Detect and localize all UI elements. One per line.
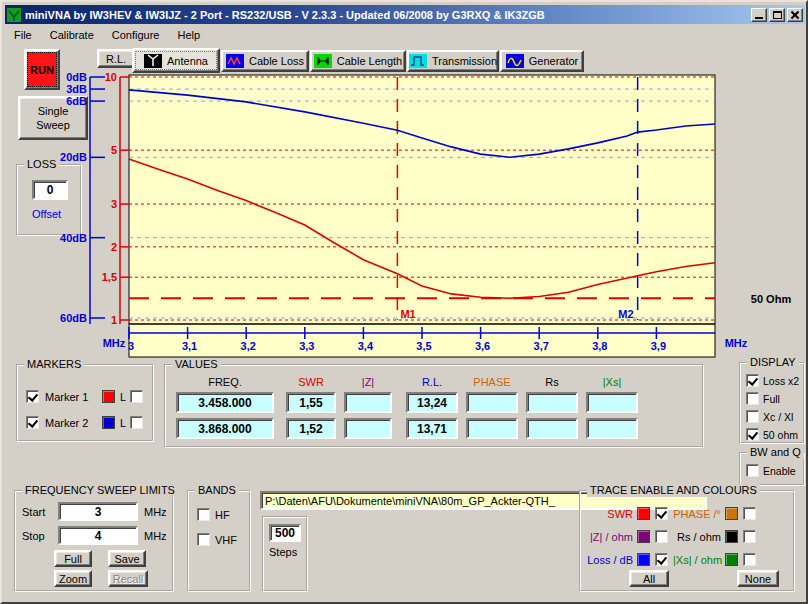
trace-swr-swatch[interactable] [637, 507, 650, 520]
db-tick-label: 3dB [66, 83, 87, 95]
trace-z-swatch[interactable] [637, 530, 650, 543]
trace-rs-checkbox[interactable] [743, 530, 756, 543]
marker1-checkbox[interactable] [26, 390, 39, 403]
trace-none-button[interactable]: None [737, 570, 779, 587]
trace-swr-checkbox[interactable] [655, 507, 668, 520]
chart-area[interactable]: 33,13,23,33,43,53,63,73,83,90dB3dB6dB20d… [47, 70, 808, 362]
stop-label: Stop [22, 530, 45, 542]
phase-value-2[interactable] [466, 418, 518, 439]
tab-cable-length[interactable]: Cable Length [310, 50, 406, 72]
frequency-tick-label: 3,4 [358, 340, 374, 352]
frequency-tick-label: 3,6 [475, 340, 490, 352]
generator-icon [506, 54, 524, 68]
menu-help[interactable]: Help [168, 27, 209, 43]
swr-value-2[interactable]: 1,52 [286, 418, 336, 439]
marker2-checkbox[interactable] [26, 416, 39, 429]
steps-label: Steps [269, 546, 297, 558]
rl-value-2[interactable]: 13,71 [406, 418, 458, 439]
freq-value-2[interactable]: 3.868.000 [176, 418, 274, 439]
frequency-tick-label: 3 [128, 340, 134, 352]
bands-group-title: BANDS [195, 484, 239, 497]
values-header-xs: |Xs| [586, 376, 638, 388]
stop-frequency-input[interactable]: 4 [58, 526, 138, 545]
xc-xl-checkbox[interactable] [746, 410, 759, 423]
swr-value-1[interactable]: 1,55 [286, 392, 336, 413]
trace-phase-checkbox[interactable] [743, 507, 756, 520]
frequency-tick-label: 3,3 [299, 340, 314, 352]
rs-value-2[interactable] [526, 418, 578, 439]
start-frequency-input[interactable]: 3 [58, 502, 138, 521]
trace-z-checkbox[interactable] [655, 530, 668, 543]
menu-bar: File Calibrate Configure Help [5, 25, 805, 44]
xs-value-1[interactable] [586, 392, 638, 413]
trace-xs-checkbox[interactable] [743, 553, 756, 566]
loss-x2-checkbox[interactable] [746, 374, 759, 387]
menu-calibrate[interactable]: Calibrate [41, 27, 103, 43]
swr-tick-label: 2 [111, 241, 117, 253]
sweep-limits-group: FREQUENCY SWEEP LIMITS Start 3 MHz Stop … [14, 490, 174, 592]
vhf-label: VHF [215, 534, 237, 546]
menu-file[interactable]: File [5, 27, 41, 43]
rl-value-1[interactable]: 13,24 [406, 392, 458, 413]
marker1-color-swatch[interactable] [102, 390, 115, 403]
values-header-swr: SWR [286, 376, 336, 388]
trace-rs-swatch[interactable] [725, 530, 738, 543]
bw-q-enable-label: Enable [763, 465, 796, 477]
steps-group: 500 Steps [262, 516, 308, 592]
freq-value-1[interactable]: 3.458.000 [176, 392, 274, 413]
frequency-tick-label: 3,1 [182, 340, 197, 352]
frequency-tick-label: 3,5 [416, 340, 431, 352]
full-button[interactable]: Full [54, 550, 92, 567]
marker1-l-checkbox[interactable] [130, 390, 143, 403]
trace-phase-swatch[interactable] [725, 507, 738, 520]
bw-q-group: BW and Q Enable [739, 452, 805, 486]
z-value-2[interactable] [344, 418, 392, 439]
frequency-tick-label: 3,9 [651, 340, 666, 352]
full-display-checkbox[interactable] [746, 392, 759, 405]
app-icon [7, 8, 21, 22]
rl-button[interactable]: R.L. [97, 49, 135, 68]
rs-value-1[interactable] [526, 392, 578, 413]
db-tick-label: 20dB [60, 151, 87, 163]
fifty-ohm-checkbox-label: 50 ohm [763, 429, 798, 441]
trace-z-label: |Z| / ohm [585, 531, 633, 543]
z-value-1[interactable] [344, 392, 392, 413]
marker2-label: M2 [618, 308, 633, 320]
swr-tick-label: 5 [111, 144, 117, 156]
trace-loss-checkbox[interactable] [655, 553, 668, 566]
maximize-icon [773, 11, 782, 19]
full-display-label: Full [763, 393, 780, 405]
tab-generator-label: Generator [529, 55, 579, 67]
trace-xs-swatch[interactable] [725, 553, 738, 566]
marker1-label: M1 [400, 308, 415, 320]
fifty-ohm-checkbox[interactable] [746, 428, 759, 441]
hf-checkbox[interactable] [197, 508, 210, 521]
vhf-checkbox[interactable] [197, 533, 210, 546]
trace-loss-swatch[interactable] [637, 553, 650, 566]
marker2-color-swatch[interactable] [102, 416, 115, 429]
tab-cable-loss[interactable]: Cable Loss [221, 50, 309, 72]
marker2-label: Marker 2 [45, 417, 88, 429]
save-button[interactable]: Save [108, 550, 146, 567]
recall-button[interactable]: Recall [108, 570, 148, 587]
zoom-button[interactable]: Zoom [54, 570, 92, 587]
maximize-button[interactable] [769, 8, 785, 22]
minimize-button[interactable] [751, 8, 767, 22]
swr-tick-label: 1,5 [102, 271, 117, 283]
tab-generator[interactable]: Generator [500, 50, 584, 72]
marker2-l-checkbox[interactable] [130, 416, 143, 429]
trace-all-button[interactable]: All [629, 570, 669, 587]
swr-tick-label: 3 [111, 198, 117, 210]
xs-value-2[interactable] [586, 418, 638, 439]
values-header-rl: R.L. [406, 376, 458, 388]
title-bar: miniVNA by IW3HEV & IW3IJZ - 2 Port - RS… [5, 5, 805, 24]
bw-q-enable-checkbox[interactable] [746, 464, 759, 477]
stop-unit-label: MHz [144, 530, 167, 542]
menu-configure[interactable]: Configure [103, 27, 169, 43]
tab-transmission[interactable]: Transmission [407, 50, 499, 72]
steps-input[interactable]: 500 [269, 524, 301, 542]
frequency-tick-label: 3,2 [241, 340, 256, 352]
phase-value-1[interactable] [466, 392, 518, 413]
close-button[interactable] [787, 8, 803, 22]
bands-group: BANDS HF VHF [187, 490, 251, 592]
